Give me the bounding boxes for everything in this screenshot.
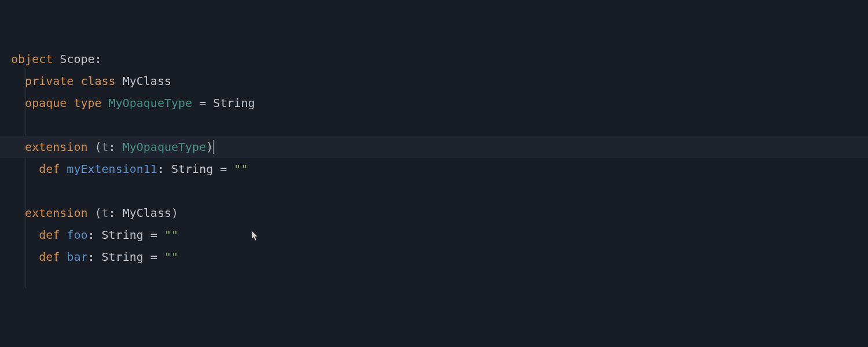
- code-line[interactable]: def bar: String = "": [0, 246, 868, 268]
- keyword-class: class: [80, 74, 115, 88]
- type-myopaquetype: MyOpaqueType: [123, 140, 207, 154]
- method-bar: bar: [67, 250, 87, 264]
- param-t: t: [102, 206, 109, 220]
- code-line-highlighted[interactable]: extension (t: MyOpaqueType): [0, 136, 868, 158]
- keyword-private: private: [25, 74, 73, 88]
- punct-colon: :: [157, 162, 171, 176]
- punct-eq: =: [213, 162, 234, 176]
- text-cursor: [213, 140, 214, 154]
- param-t: t: [102, 140, 109, 154]
- keyword-opaque: opaque: [25, 96, 67, 110]
- identifier-string: String: [102, 250, 144, 264]
- keyword-extension: extension: [25, 140, 87, 154]
- method-foo: foo: [67, 228, 87, 242]
- punct-colon: :: [95, 52, 102, 66]
- punct-eq: =: [144, 250, 164, 264]
- code-editor[interactable]: object Scope: private class MyClass opaq…: [0, 0, 868, 268]
- identifier-scope: Scope: [60, 52, 94, 66]
- keyword-object: object: [11, 52, 53, 66]
- method-myextension11: myExtension11: [67, 162, 157, 176]
- identifier-string: String: [171, 162, 213, 176]
- code-line[interactable]: extension (t: MyClass): [0, 202, 868, 224]
- identifier-myclass: MyClass: [123, 74, 171, 88]
- punct-lparen: (: [87, 140, 101, 154]
- identifier-string: String: [102, 228, 144, 242]
- punct-colon: :: [109, 140, 123, 154]
- identifier-myclass: MyClass: [123, 206, 171, 220]
- punct-colon: :: [109, 206, 123, 220]
- keyword-def: def: [39, 228, 60, 242]
- punct-eq: =: [192, 96, 213, 110]
- code-line-empty[interactable]: [0, 114, 868, 136]
- string-literal: "": [164, 250, 178, 264]
- punct-rparen: ): [171, 206, 178, 220]
- code-line[interactable]: private class MyClass: [0, 70, 868, 92]
- keyword-def: def: [39, 250, 60, 264]
- code-line[interactable]: object Scope:: [0, 48, 868, 70]
- code-line-empty[interactable]: [0, 180, 868, 202]
- punct-lparen: (: [87, 206, 101, 220]
- code-line[interactable]: def myExtension11: String = "": [0, 158, 868, 180]
- type-myopaquetype: MyOpaqueType: [109, 96, 193, 110]
- punct-eq: =: [144, 228, 164, 242]
- keyword-def: def: [39, 162, 60, 176]
- string-literal: "": [164, 228, 178, 242]
- keyword-type: type: [73, 96, 101, 110]
- identifier-string: String: [213, 96, 255, 110]
- code-line[interactable]: def foo: String = "": [0, 224, 868, 246]
- punct-colon: :: [87, 250, 101, 264]
- punct-rparen: ): [206, 140, 213, 154]
- string-literal: "": [234, 162, 248, 176]
- code-line[interactable]: opaque type MyOpaqueType = String: [0, 92, 868, 114]
- keyword-extension: extension: [25, 206, 87, 220]
- punct-colon: :: [87, 228, 101, 242]
